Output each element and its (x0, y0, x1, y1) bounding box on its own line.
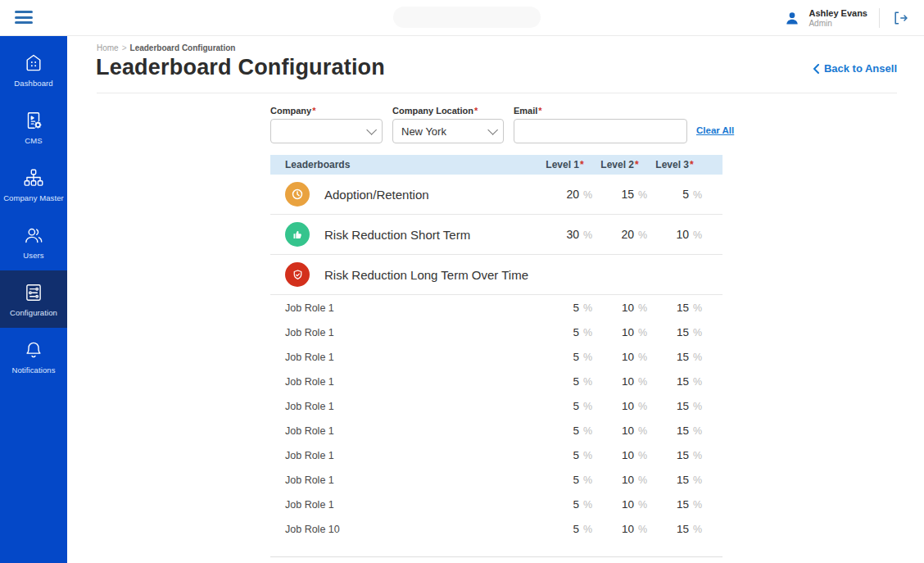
percentage-value[interactable]: 10 (676, 228, 689, 241)
logout-icon[interactable] (891, 9, 909, 27)
percentage-value[interactable]: 10 (622, 498, 634, 511)
percentage-value[interactable]: 10 (622, 400, 634, 412)
back-to-ansell-link[interactable]: Back to Ansell (813, 62, 897, 75)
job-role-row: Job Role 105%10%15% (270, 516, 722, 541)
percentage-value[interactable]: 10 (622, 326, 634, 338)
percent-sign: % (638, 302, 647, 314)
percent-sign: % (693, 189, 702, 201)
percent-sign: % (583, 302, 592, 314)
percentage-value[interactable]: 5 (573, 425, 579, 437)
header-level3: Level 3* (647, 159, 702, 170)
percentage-value[interactable]: 15 (677, 498, 689, 511)
sidebar-item-cms[interactable]: CMS (0, 98, 67, 156)
percentage-value[interactable]: 15 (677, 302, 689, 314)
level-value-cell: 15% (647, 474, 702, 486)
breadcrumb-home[interactable]: Home (97, 43, 119, 52)
user-avatar-icon[interactable] (784, 10, 800, 26)
level-value-cell: 15% (647, 351, 702, 363)
level-value-cell: 5% (537, 449, 592, 461)
top-bar: Ashley Evans Admin (0, 0, 924, 36)
percentage-value[interactable]: 10 (622, 523, 634, 535)
company-select[interactable] (270, 119, 383, 143)
percentage-value[interactable]: 5 (573, 326, 579, 338)
percent-sign: % (638, 425, 647, 437)
job-role-name: Job Role 1 (285, 425, 334, 437)
level-value-cell: 5% (647, 188, 702, 201)
company-location-select[interactable]: New York (392, 119, 504, 143)
percentage-value[interactable]: 5 (573, 523, 579, 535)
percentage-value[interactable]: 5 (573, 351, 579, 363)
required-marker: * (580, 159, 584, 170)
level-value-cell: 15% (592, 188, 647, 201)
percent-sign: % (693, 499, 702, 511)
leaderboard-table: Leaderboards Level 1* Level 2* Level 3* … (270, 155, 722, 557)
level-value-cell: 5% (537, 326, 592, 338)
percentage-value[interactable]: 5 (573, 302, 579, 314)
percent-sign: % (638, 401, 647, 412)
percentage-value[interactable]: 10 (622, 474, 634, 486)
percentage-value[interactable]: 15 (621, 188, 634, 201)
level-value-cell: 10% (592, 351, 647, 363)
percentage-value[interactable]: 10 (622, 449, 634, 461)
percentage-value[interactable]: 5 (573, 498, 579, 511)
percentage-value[interactable]: 30 (566, 228, 579, 241)
job-role-row: Job Role 15%10%15% (270, 467, 722, 492)
clear-all-link[interactable]: Clear All (696, 125, 734, 135)
percentage-value[interactable]: 10 (622, 351, 634, 363)
leaderboard-rows: Adoption/Retention20%15%5%Risk Reduction… (270, 175, 722, 295)
percent-sign: % (693, 450, 702, 461)
percent-sign: % (638, 524, 647, 535)
percentage-value[interactable]: 15 (677, 449, 689, 461)
level-value-cell: 10% (592, 449, 647, 461)
percent-sign: % (583, 376, 592, 388)
level-value-cell: 10% (592, 375, 647, 388)
percentage-value[interactable]: 15 (677, 400, 689, 412)
sidebar-item-dashboard[interactable]: Dashboard (0, 41, 67, 98)
header-level1: Level 1* (537, 159, 592, 170)
clock-icon (285, 182, 310, 207)
percentage-value[interactable]: 10 (622, 425, 634, 437)
logo-placeholder (393, 7, 541, 28)
percent-sign: % (693, 524, 702, 535)
sidebar-item-notifications[interactable]: Notifications (0, 328, 67, 385)
sidebar-item-company-master[interactable]: Company Master (0, 156, 67, 213)
percentage-value[interactable]: 15 (677, 523, 689, 535)
sidebar-item-users[interactable]: Users (0, 213, 67, 270)
percentage-value[interactable]: 5 (573, 449, 579, 461)
percentage-value[interactable]: 5 (573, 474, 579, 486)
breadcrumb-separator: > (122, 43, 127, 52)
level-value-cell: 10% (647, 228, 702, 241)
chevron-down-icon (366, 125, 377, 135)
percentage-value[interactable]: 20 (621, 228, 634, 241)
level-value-cell: 10% (592, 400, 647, 412)
email-field[interactable] (514, 119, 687, 143)
job-role-row: Job Role 15%10%15% (270, 344, 722, 369)
percentage-value[interactable]: 15 (677, 375, 689, 388)
hamburger-menu-icon[interactable] (15, 11, 33, 25)
level-value-cell: 5% (537, 351, 592, 363)
leaderboard-configuration-page: Ashley Evans Admin Dashboard (0, 0, 924, 563)
job-role-name: Job Role 1 (285, 450, 334, 461)
sidebar-item-label: Notifications (11, 365, 55, 375)
job-role-row: Job Role 15%10%15% (270, 492, 722, 516)
percent-sign: % (583, 425, 592, 437)
level-value-cell: 15% (647, 449, 702, 461)
level-value-cell: 5% (537, 400, 592, 412)
percentage-value[interactable]: 15 (677, 425, 689, 437)
percentage-value[interactable]: 20 (566, 188, 579, 201)
sidebar-item-configuration[interactable]: Configuration (0, 270, 67, 328)
percentage-value[interactable]: 10 (622, 302, 634, 314)
company-label: Company* (270, 106, 315, 116)
percentage-value[interactable]: 5 (573, 400, 579, 412)
percentage-value[interactable]: 5 (573, 375, 579, 388)
level-value-cell: 5% (537, 474, 592, 486)
sidebar-item-label: Dashboard (14, 79, 52, 88)
percentage-value[interactable]: 15 (677, 326, 689, 338)
percentage-value[interactable]: 5 (682, 188, 689, 201)
percent-sign: % (583, 352, 592, 363)
percentage-value[interactable]: 15 (677, 474, 689, 486)
percentage-value[interactable]: 15 (677, 351, 689, 363)
level-value-cell: 10% (592, 474, 647, 486)
percentage-value[interactable]: 10 (622, 375, 634, 388)
level-value-cell: 20% (592, 228, 647, 241)
